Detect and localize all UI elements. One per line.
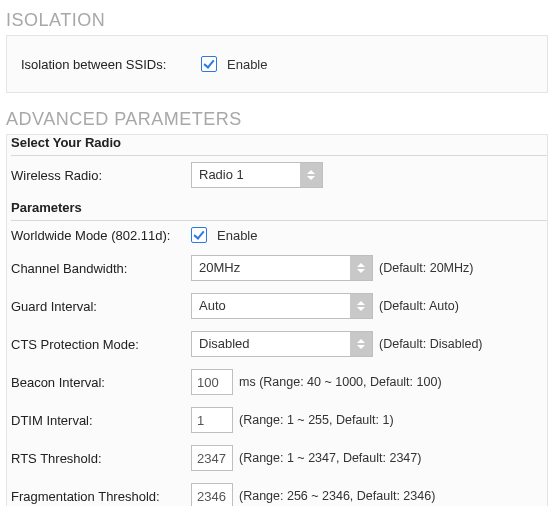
channel-bw-label: Channel Bandwidth:: [11, 261, 191, 276]
dtim-input[interactable]: [191, 407, 233, 433]
cts-hint: (Default: Disabled): [379, 337, 483, 351]
beacon-row: Beacon Interval: ms (Range: 40 ~ 1000, D…: [11, 363, 547, 401]
guard-interval-hint: (Default: Auto): [379, 299, 459, 313]
rts-input[interactable]: [191, 445, 233, 471]
spinner-icon: [350, 294, 372, 318]
select-radio-header: Select Your Radio: [11, 135, 547, 156]
cts-value: Disabled: [192, 332, 350, 356]
worldwide-label: Worldwide Mode (802.11d):: [11, 228, 191, 243]
guard-interval-label: Guard Interval:: [11, 299, 191, 314]
isolation-section-title: ISOLATION: [6, 6, 548, 35]
worldwide-row: Worldwide Mode (802.11d): Enable: [11, 221, 547, 249]
spinner-icon: [350, 332, 372, 356]
dtim-label: DTIM Interval:: [11, 413, 191, 428]
frag-input[interactable]: [191, 483, 233, 506]
frag-hint: (Range: 256 ~ 2346, Default: 2346): [239, 489, 435, 503]
channel-bw-value: 20MHz: [192, 256, 350, 280]
channel-bw-hint: (Default: 20MHz): [379, 261, 473, 275]
cts-label: CTS Protection Mode:: [11, 337, 191, 352]
worldwide-enable-checkbox[interactable]: [191, 227, 207, 243]
frag-label: Fragmentation Threshold:: [11, 489, 191, 504]
cts-select[interactable]: Disabled: [191, 331, 373, 357]
channel-bw-select[interactable]: 20MHz: [191, 255, 373, 281]
guard-interval-value: Auto: [192, 294, 350, 318]
spinner-icon: [300, 163, 322, 187]
dtim-hint: (Range: 1 ~ 255, Default: 1): [239, 413, 394, 427]
parameters-header: Parameters: [11, 194, 547, 221]
rts-hint: (Range: 1 ~ 2347, Default: 2347): [239, 451, 421, 465]
frag-row: Fragmentation Threshold: (Range: 256 ~ 2…: [11, 477, 547, 506]
wireless-radio-label: Wireless Radio:: [11, 168, 191, 183]
wireless-radio-value: Radio 1: [192, 163, 300, 187]
isolation-label: Isolation between SSIDs:: [21, 57, 201, 72]
isolation-panel: Isolation between SSIDs: Enable: [6, 35, 548, 93]
advanced-section-title: ADVANCED PARAMETERS: [6, 105, 548, 134]
wireless-radio-select[interactable]: Radio 1: [191, 162, 323, 188]
wireless-radio-row: Wireless Radio: Radio 1: [11, 156, 547, 194]
guard-interval-select[interactable]: Auto: [191, 293, 373, 319]
spinner-icon: [350, 256, 372, 280]
beacon-hint: ms (Range: 40 ~ 1000, Default: 100): [239, 375, 442, 389]
rts-label: RTS Threshold:: [11, 451, 191, 466]
dtim-row: DTIM Interval: (Range: 1 ~ 255, Default:…: [11, 401, 547, 439]
isolation-row: Isolation between SSIDs: Enable: [21, 50, 533, 78]
isolation-enable-checkbox[interactable]: [201, 56, 217, 72]
guard-interval-row: Guard Interval: Auto (Default: Auto): [11, 287, 547, 325]
beacon-input[interactable]: [191, 369, 233, 395]
cts-row: CTS Protection Mode: Disabled (Default: …: [11, 325, 547, 363]
isolation-enable-text: Enable: [227, 57, 267, 72]
beacon-label: Beacon Interval:: [11, 375, 191, 390]
rts-row: RTS Threshold: (Range: 1 ~ 2347, Default…: [11, 439, 547, 477]
channel-bw-row: Channel Bandwidth: 20MHz (Default: 20MHz…: [11, 249, 547, 287]
advanced-panel: Select Your Radio Wireless Radio: Radio …: [6, 134, 548, 506]
worldwide-enable-text: Enable: [217, 228, 257, 243]
